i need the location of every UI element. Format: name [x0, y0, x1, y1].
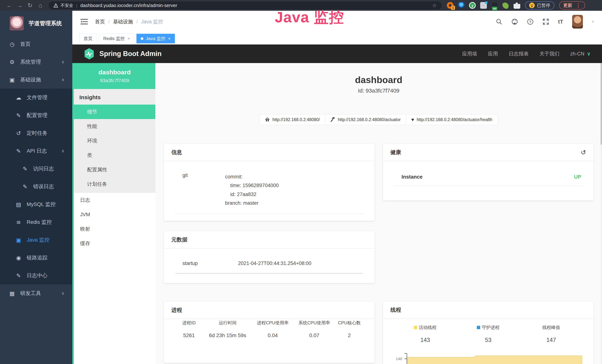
log-icon: ✎: [21, 183, 29, 190]
hamburger-icon[interactable]: [80, 19, 88, 25]
bookmark-star-icon[interactable]: ☆: [432, 2, 437, 9]
forward-icon[interactable]: →: [14, 2, 25, 9]
app-sidebar: 芋道管理系统 ◷ 首页 ⚙ 系统管理 ∨ ▣ 基础设施 ∧ ☁ 文件管理: [0, 11, 72, 364]
tab-redis-monitor[interactable]: Redis 监控 ×: [99, 34, 134, 43]
extension-icon-grid[interactable]: [480, 2, 487, 9]
sba-item-environment[interactable]: 环境: [74, 134, 155, 148]
reload-icon[interactable]: ↻: [25, 2, 35, 9]
sidebar-item-label: 系统管理: [20, 58, 41, 65]
home-icon[interactable]: ⌂: [35, 2, 46, 9]
sba-item-config-props[interactable]: 配置属性: [74, 162, 155, 177]
sidebar-item-config-mgmt[interactable]: ✎ 配置管理: [0, 107, 72, 124]
sidebar-item-mysql-monitor[interactable]: ▤ MySQL 监控: [0, 195, 72, 213]
sidebar-item-scheduled-jobs[interactable]: ↺ 定时任务: [0, 124, 72, 142]
sba-item-jvm[interactable]: JVM: [74, 207, 155, 222]
tab-home[interactable]: 首页: [79, 34, 97, 43]
close-icon[interactable]: ×: [127, 36, 130, 41]
sba-nav-applications[interactable]: 应用: [488, 50, 498, 57]
font-size-icon[interactable]: tT: [558, 19, 563, 25]
scrollbar[interactable]: [601, 63, 602, 364]
sba-nav-wallboard[interactable]: 应用墙: [462, 50, 477, 57]
ytick-140: 140: [396, 357, 402, 361]
address-bar[interactable]: 不安全 | dashboard.yudao.iocoder.cn/infra/a…: [49, 1, 442, 9]
extension-icon-orange[interactable]: 1: [447, 2, 453, 9]
sidebar-item-api-logs[interactable]: ✎ API 日志 ∧: [0, 142, 72, 160]
back-icon[interactable]: ←: [4, 2, 14, 9]
extension-icon-pin[interactable]: [458, 2, 465, 9]
sidebar-item-label: MySQL 监控: [27, 201, 56, 208]
sidebar-item-access-log[interactable]: ✎ 访问日志: [0, 160, 72, 178]
sba-item-logs[interactable]: 日志: [74, 193, 155, 207]
avatar-caret-icon[interactable]: ▾: [592, 19, 594, 24]
sidebar-item-java-monitor[interactable]: ▣ Java 监控: [0, 231, 72, 249]
search-icon[interactable]: [496, 18, 502, 25]
info-git-row: git commit: time: 1596289704000 id: 27aa…: [175, 168, 364, 214]
tab-java-monitor[interactable]: Java 监控 ×: [137, 34, 175, 43]
edit-icon: ✎: [15, 112, 22, 119]
briefcase-icon: ▦: [8, 290, 16, 297]
header-icons: ? tT ▾: [496, 15, 594, 29]
sidebar-item-infra[interactable]: ▣ 基础设施 ∧: [0, 71, 72, 89]
legend-yellow-swatch: [414, 326, 417, 329]
update-label: 更新: [563, 2, 572, 8]
sba-item-details[interactable]: 细节: [74, 105, 155, 119]
sba-item-scheduled-tasks[interactable]: 计划任务: [74, 177, 155, 191]
security-label[interactable]: 不安全: [60, 3, 73, 8]
sidebar-item-log-center[interactable]: ✎ 日志中心: [0, 267, 72, 284]
user-avatar[interactable]: [572, 15, 583, 29]
fullscreen-icon[interactable]: [542, 18, 549, 25]
log-icon: ✎: [21, 166, 29, 172]
extension-icon-leaf[interactable]: [502, 2, 509, 9]
sba-nav-journal[interactable]: 日志报表: [509, 50, 528, 57]
url-text[interactable]: dashboard.yudao.iocoder.cn/infra/admin-s…: [80, 3, 177, 8]
sidebar-item-file-mgmt[interactable]: ☁ 文件管理: [0, 89, 72, 107]
info-card: 信息 git commit: time: 1596289704000 id: 2: [164, 144, 375, 221]
sba-brand[interactable]: Spring Boot Admin: [99, 50, 162, 58]
process-card-header: 进程: [164, 302, 375, 319]
sidebar-item-system[interactable]: ⚙ 系统管理 ∨: [0, 53, 72, 71]
git-id-line: id: 27aa832: [225, 190, 279, 199]
breadcrumb-infra[interactable]: 基础设施: [113, 18, 133, 25]
sba-item-caches[interactable]: 缓存: [74, 236, 155, 251]
scrollbar-thumb[interactable]: [601, 63, 602, 145]
health-url-button[interactable]: ♥ http://192.168.0.2:48080/actuator/heal…: [406, 114, 498, 125]
eye-icon: ◉: [15, 255, 22, 261]
github-icon[interactable]: [511, 18, 518, 25]
sidebar-item-label: 访问日志: [33, 165, 54, 172]
sidebar-item-label: 首页: [20, 41, 31, 48]
breadcrumb-home[interactable]: 首页: [95, 18, 105, 25]
sidebar-item-dev-tools[interactable]: ▦ 研发工具 ∨: [0, 284, 72, 302]
sba-item-metrics[interactable]: 性能: [74, 119, 155, 134]
tab-label: Redis 监控: [103, 36, 125, 42]
app-logo-row: 芋道管理系统: [0, 11, 72, 32]
sidebar-item-error-log[interactable]: ✎ 错误日志: [0, 178, 72, 195]
extension-icon-switch[interactable]: on: [491, 2, 498, 9]
browser-menu-icon[interactable]: ⋮: [575, 2, 581, 9]
threads-stats: 活动线程 143 守护进程 53 线程峰值: [394, 324, 583, 343]
insights-label: Insights: [74, 89, 155, 105]
sba-item-classes[interactable]: 类: [74, 148, 155, 162]
sidebar-item-label: API 日志: [27, 147, 47, 154]
help-icon[interactable]: ?: [527, 18, 534, 25]
sba-content: dashboard Id: 93a3fc7f7409 http://192.16…: [155, 63, 602, 364]
sidebar-item-tracing[interactable]: ◉ 链路追踪: [0, 249, 72, 267]
sba-locale-select[interactable]: zh-CN ∨: [570, 51, 591, 57]
health-url: http://192.168.0.2:48080/actuator/health: [417, 117, 493, 122]
close-icon[interactable]: ×: [168, 36, 171, 41]
metadata-card-header: 元数据: [164, 231, 375, 248]
sba-body: dashboard 93a3fc7f7409 Insights 细节 性能 环境…: [72, 63, 602, 364]
service-url-button[interactable]: http://192.168.0.2:48080/: [259, 114, 325, 125]
sba-instance-header[interactable]: dashboard 93a3fc7f7409: [74, 63, 155, 89]
home-icon: [265, 117, 270, 122]
warning-icon: [54, 3, 58, 8]
sidebar-item-redis-monitor[interactable]: ≋ Redis 监控: [0, 213, 72, 231]
extension-icon-y[interactable]: y: [469, 2, 476, 9]
profile-paused-pill[interactable]: 已暂停: [525, 1, 554, 10]
sba-item-mappings[interactable]: 映射: [74, 222, 155, 236]
actuator-url-button[interactable]: http://192.168.0.2:48080/actuator: [325, 114, 406, 125]
history-icon[interactable]: ↺: [581, 149, 586, 156]
sba-nav-about[interactable]: 关于我们: [539, 50, 559, 57]
extensions-puzzle-icon[interactable]: [514, 2, 520, 9]
sidebar-item-home[interactable]: ◷ 首页: [0, 35, 72, 53]
browser-update-button[interactable]: 更新 ⋮: [559, 1, 585, 10]
